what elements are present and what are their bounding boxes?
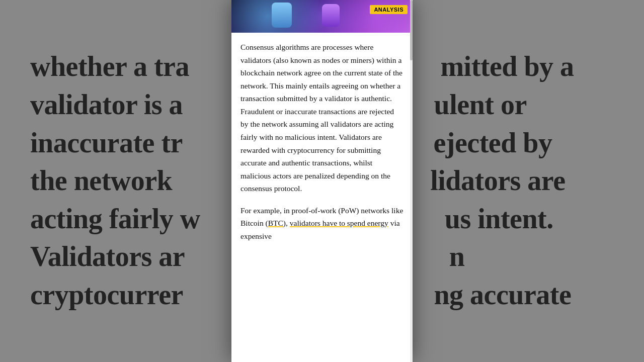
- modal-overlay: ANALYSIS Consensus algorithms are proces…: [0, 0, 644, 362]
- modal-panel[interactable]: ANALYSIS Consensus algorithms are proces…: [231, 0, 413, 362]
- robot-figure-2: [322, 4, 340, 27]
- scrollbar-thumb[interactable]: [410, 0, 413, 60]
- validators-link[interactable]: validators have to spend energy: [290, 219, 388, 227]
- article-image: ANALYSIS: [231, 0, 413, 33]
- paragraph-2: For example, in proof-of-work (PoW) netw…: [240, 204, 404, 243]
- analysis-badge: ANALYSIS: [370, 5, 408, 14]
- article-content: Consensus algorithms are processes where…: [231, 33, 413, 254]
- btc-link[interactable]: BTC: [268, 219, 283, 227]
- robot-figure-1: [272, 3, 292, 28]
- paragraph-1: Consensus algorithms are processes where…: [240, 41, 404, 195]
- scrollbar-track[interactable]: [410, 0, 413, 362]
- paragraph-2-middle: ),: [283, 219, 290, 227]
